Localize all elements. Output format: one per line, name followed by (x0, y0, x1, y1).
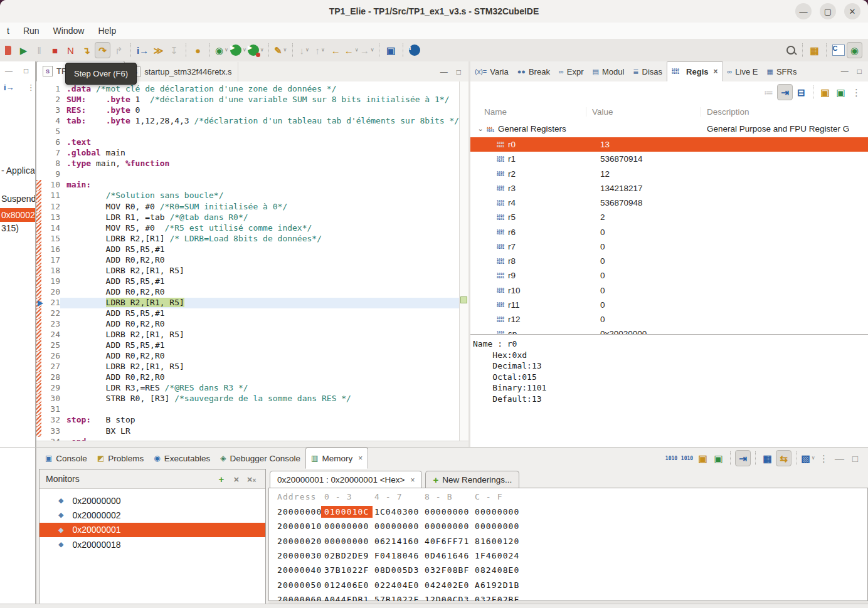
cpp-perspective-icon[interactable]: C (831, 43, 845, 58)
tab-expr[interactable]: ∞Expr (554, 61, 588, 81)
tab-varia[interactable]: (x)=Varia (470, 61, 513, 81)
memory-value-cell[interactable]: 81600120 (475, 537, 525, 546)
register-group-row[interactable]: ⌄▲▲▲0101General RegistersGeneral Purpose… (470, 120, 868, 137)
memory-value-cell[interactable]: A6192D1B (475, 580, 525, 590)
code-line[interactable]: 1.data /*mot clé de déclaration d'une zo… (36, 84, 460, 95)
overview-ruler[interactable] (459, 81, 468, 441)
column-header-name[interactable]: Name (470, 107, 586, 117)
code-line[interactable]: 32stop: B stop (36, 415, 460, 426)
code-line[interactable]: 11 /*Solution sans boucle*/ (36, 191, 460, 201)
tab-console[interactable]: ▣Console (40, 448, 92, 469)
tab-problems[interactable]: ◩Problems (92, 448, 149, 469)
minimize-view-icon[interactable]: — (440, 68, 448, 76)
code-line[interactable]: 23 ADD R0,R2,R0 (36, 319, 460, 330)
debug-icon[interactable]: ◉∨ (214, 43, 229, 58)
memory-value-cell[interactable]: 032F08BF (425, 565, 475, 575)
monitor-item[interactable]: ◆0x20000002 (40, 508, 265, 522)
register-row-r12[interactable]: 10100101r120 (470, 312, 868, 327)
memory-address-cell[interactable]: 20000050 (277, 580, 324, 590)
add-monitor-icon[interactable]: + (214, 474, 229, 485)
memory-value-cell[interactable]: 00000000 (324, 537, 374, 546)
memory-value-cell[interactable]: 00000000 (475, 522, 525, 531)
register-row-r7[interactable]: 10100101r70 (470, 239, 868, 254)
tab-break[interactable]: ●●Break (513, 61, 554, 81)
code-line[interactable]: 27 LDRB R2,[R1, R5] (36, 362, 460, 372)
view-menu-icon[interactable]: ⋮ (849, 85, 864, 100)
back-icon[interactable]: ←∨ (344, 43, 359, 58)
memory-value-cell[interactable]: 082408E0 (475, 565, 525, 575)
code-line[interactable]: 19 ADD R5,R5,#1 (36, 276, 460, 287)
code-line[interactable]: 20 ADD R0,R2,R0 (36, 287, 460, 298)
memory-address-cell[interactable]: 20000030 (277, 551, 324, 560)
memory-value-cell[interactable]: 042402E0 (425, 580, 475, 590)
debug-node-selected[interactable]: 0x80002 (0, 208, 35, 222)
remove-monitor-icon[interactable]: × (229, 474, 244, 485)
code-line[interactable]: 9 (36, 169, 460, 180)
register-row-r3[interactable]: 10100101r3134218217 (470, 181, 868, 196)
minimize-panel-icon[interactable]: — (832, 451, 847, 466)
remove-all-monitors-icon[interactable]: ×× (244, 474, 259, 485)
code-editor[interactable]: 1.data /*mot clé de déclaration d'une zo… (36, 81, 460, 441)
code-line[interactable]: 10main: (36, 180, 460, 191)
memory-address-cell[interactable]: 20000010 (277, 522, 324, 531)
register-row-r5[interactable]: 10100101r52 (470, 210, 868, 224)
memory-row[interactable]: 2000003002BD2DE9F04180460D4616461F460024 (269, 548, 867, 563)
pin-view-icon[interactable]: ▣ (834, 85, 848, 100)
code-line[interactable]: 26 ADD R0,R2,R0 (36, 351, 460, 362)
profile-icon[interactable]: ▶∨ (248, 43, 264, 58)
open-new-window-icon[interactable]: ▣ (384, 43, 398, 58)
link-with-debug-icon[interactable]: ⇥ (777, 84, 793, 100)
code-line[interactable]: 7.global main (36, 148, 460, 159)
code-line[interactable]: 12 MOV R0, #0 /*R0=SUM initialisée à 0*/ (36, 202, 460, 212)
memory-row[interactable]: 2000001000000000000000000000000000000000 (269, 519, 867, 533)
close-icon[interactable]: × (410, 476, 415, 485)
tab-live-e[interactable]: ∞Live E (723, 61, 763, 81)
code-line[interactable]: 22 ADD R5,R5,#1 (36, 308, 460, 319)
memory-row[interactable]: 200000000100010C1C0403000000000000000000 (269, 505, 867, 519)
debug-perspective-icon[interactable]: ◉ (847, 42, 862, 58)
debug-view-menu-icon[interactable]: ⋮ (27, 83, 35, 92)
code-line[interactable]: 15 LDRB R2,[R1] /* LDRB=Load 8bits de do… (36, 234, 460, 244)
pin-memory-icon[interactable]: ▣ (711, 451, 726, 466)
tab-memory[interactable]: ▥Memory× (305, 448, 368, 469)
memory-value-cell[interactable]: 00000000 (324, 522, 374, 531)
search-icon[interactable] (783, 43, 798, 58)
info-icon[interactable]: i (408, 43, 422, 58)
export-memory-icon[interactable]: 1010 (664, 451, 679, 466)
external-tools-icon[interactable]: ✎∨ (273, 43, 288, 58)
layout-icon[interactable]: ▧∨ (801, 451, 815, 466)
new-renderings-tab[interactable]: + New Renderings... (425, 471, 519, 488)
menu-item-run[interactable]: Run (16, 24, 46, 37)
code-line[interactable]: 29 LDR R3,=RES /*@RES dans R3 */ (36, 383, 460, 394)
memory-value-cell[interactable]: 022404E0 (374, 580, 425, 590)
memory-rendering-tab-hex[interactable]: 0x20000001 : 0x20000001 <Hex> × (270, 471, 422, 488)
table-rendering-icon[interactable]: ▦ (760, 451, 775, 466)
code-line[interactable]: 13 LDR R1, =tab /*@tab dans R0*/ (36, 212, 460, 223)
maximize-view-icon[interactable]: □ (457, 68, 461, 76)
code-line[interactable]: 21 LDRB R2,[R1, R5] (36, 298, 460, 308)
register-row-r8[interactable]: 10100101r80 (470, 254, 868, 268)
memory-address-cell[interactable]: 20000040 (277, 565, 324, 575)
code-line[interactable]: 28 ADD R0,R2,R0 (36, 372, 460, 383)
maximize-panel-icon[interactable]: □ (848, 451, 862, 466)
memory-value-cell[interactable]: 1C040300 (374, 507, 425, 516)
close-icon[interactable]: × (714, 67, 718, 76)
memory-value-cell[interactable]: F0418046 (374, 551, 425, 560)
instruction-stepping-mode-icon[interactable]: i→ (4, 83, 14, 92)
terminate-icon[interactable]: ■ (48, 43, 62, 58)
tab-executables[interactable]: ◉Executables (149, 448, 215, 469)
open-perspective-icon[interactable]: ▦ (807, 43, 822, 58)
step-filters-icon[interactable]: ≫ (151, 43, 166, 58)
collapse-all-icon[interactable]: ⊟ (794, 85, 808, 100)
toggle-split-icon[interactable]: ⇆ (776, 450, 791, 466)
maximize-view-icon[interactable]: □ (24, 66, 28, 75)
close-icon[interactable]: × (358, 454, 363, 463)
debug-node-fragment[interactable]: - Applica (1, 165, 35, 176)
step-into-icon[interactable]: ↴ (79, 43, 93, 58)
memory-value-cell[interactable]: 02BD2DE9 (324, 551, 374, 560)
minimize-view-icon[interactable]: — (5, 66, 13, 75)
import-memory-icon[interactable]: 1010 (680, 451, 694, 466)
memory-value-cell[interactable]: 00000000 (425, 507, 475, 516)
register-row-r4[interactable]: 10100101r4536870948 (470, 196, 868, 210)
instruction-stepping-icon[interactable]: i→ (135, 43, 150, 58)
